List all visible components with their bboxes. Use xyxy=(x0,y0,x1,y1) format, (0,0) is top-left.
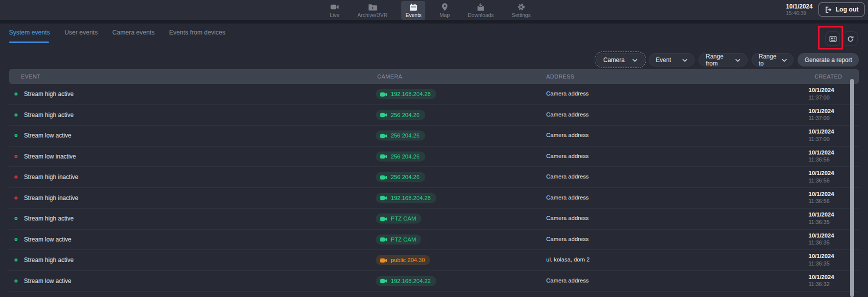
event-status-icon xyxy=(14,114,17,116)
event-status-icon xyxy=(14,196,17,200)
downloads-box-icon xyxy=(477,3,485,11)
event-row[interactable]: Stream high active PTZ CAM Camera addres… xyxy=(9,208,859,230)
table-header: EVENT CAMERA ADDRESS CREATED xyxy=(9,69,859,84)
created-time: 11:37:00 xyxy=(809,94,834,101)
event-row[interactable]: Stream high active 256 204.26 Camera add… xyxy=(9,105,859,126)
camera-name: 256 204.26 xyxy=(391,174,420,180)
refresh-icon xyxy=(847,35,855,43)
tab-user-events[interactable]: User events xyxy=(64,29,98,43)
event-name: Stream high active xyxy=(24,112,73,118)
created-cell: 10/1/2024 11:36:56 xyxy=(809,190,834,205)
event-row[interactable]: Stream high active 192.168.204.28 Camera… xyxy=(9,84,859,105)
event-name: Stream low active xyxy=(24,132,71,139)
camera-address: Camera address xyxy=(546,215,589,221)
camera-icon xyxy=(380,154,387,159)
event-filter-dropdown[interactable]: Event xyxy=(649,53,695,66)
event-name: Stream high active xyxy=(24,256,73,264)
header-created: CREATED xyxy=(815,74,842,80)
camera-badge[interactable]: 192.168.204.22 xyxy=(376,276,436,286)
logout-button[interactable]: Log out xyxy=(819,2,865,16)
generate-report-button[interactable]: Generate a report xyxy=(798,53,859,66)
created-date: 10/1/2024 xyxy=(809,86,834,94)
map-pin-icon xyxy=(441,3,448,11)
archive-folder-icon xyxy=(368,3,377,11)
nav-label: Settings xyxy=(512,12,531,18)
topbar-right: 10/1/2024 15:46:39 Log out xyxy=(786,2,865,16)
tab-events-from-devices[interactable]: Events from devices xyxy=(169,29,225,43)
camera-name: 256 204.26 xyxy=(391,154,420,160)
range-to-dropdown[interactable]: Range to xyxy=(752,53,794,66)
camera-filter-dropdown[interactable]: Camera xyxy=(596,53,645,66)
created-date: 10/1/2024 xyxy=(809,211,834,218)
event-row[interactable]: Stream low active 192.168.204.22 Camera … xyxy=(9,271,859,292)
tab-system-events[interactable]: System events xyxy=(9,29,50,43)
nav-label: Downloads xyxy=(468,12,494,18)
created-cell: 10/1/2024 11:36:35 xyxy=(809,211,834,226)
event-status-icon xyxy=(14,155,17,158)
event-status-icon xyxy=(14,238,17,241)
report-button[interactable] xyxy=(826,32,840,46)
logout-label: Log out xyxy=(836,6,859,13)
event-status-icon xyxy=(14,258,17,262)
event-row[interactable]: Stream low inactive 256 204.26 Camera ad… xyxy=(9,146,859,168)
camera-badge[interactable]: 256 204.26 xyxy=(376,172,425,182)
header-address: ADDRESS xyxy=(546,74,575,80)
camera-address: Camera address xyxy=(546,174,589,180)
event-name: Stream high active xyxy=(24,215,73,222)
nav-item-events[interactable]: Events xyxy=(401,1,425,20)
camera-badge[interactable]: 256 204.26 xyxy=(376,152,425,162)
camera-badge[interactable]: 256 204.26 xyxy=(376,110,425,120)
camera-badge[interactable]: public 204.30 xyxy=(376,255,430,265)
camera-icon xyxy=(380,258,387,263)
header-event: EVENT xyxy=(21,74,40,80)
range-from-dropdown[interactable]: Range from xyxy=(699,53,748,66)
current-date: 10/1/2024 xyxy=(786,3,813,10)
camera-badge[interactable]: PTZ CAM xyxy=(376,214,421,224)
scrollbar-thumb[interactable] xyxy=(850,79,854,297)
live-camera-icon xyxy=(330,3,339,11)
top-bar: Live Archive/DVR Events Map Downloads xyxy=(0,0,868,20)
nav-label: Events xyxy=(405,12,421,18)
event-row[interactable]: Stream high active public 204.30 ul. kol… xyxy=(9,250,859,271)
event-name: Stream low active xyxy=(24,278,71,284)
camera-filter-label: Camera xyxy=(603,56,625,64)
camera-badge[interactable]: 256 204.26 xyxy=(376,130,425,140)
created-cell: 10/1/2024 11:36:35 xyxy=(809,232,834,246)
created-time: 11:36:35 xyxy=(809,239,834,246)
camera-name: PTZ CAM xyxy=(391,216,416,222)
created-time: 11:37:00 xyxy=(809,136,834,142)
camera-address: Camera address xyxy=(546,132,589,138)
camera-badge[interactable]: 192.168.204.28 xyxy=(376,193,436,203)
camera-icon xyxy=(380,237,387,242)
created-date: 10/1/2024 xyxy=(809,108,834,115)
nav-item-map[interactable]: Map xyxy=(436,1,454,20)
event-status-icon xyxy=(14,217,17,220)
camera-icon xyxy=(380,92,387,97)
event-status-icon xyxy=(14,280,17,282)
events-table-body: Stream high active 192.168.204.28 Camera… xyxy=(9,84,859,292)
event-name: Stream low active xyxy=(24,236,71,243)
camera-badge[interactable]: PTZ CAM xyxy=(376,234,421,244)
camera-address: Camera address xyxy=(546,90,589,96)
camera-name: public 204.30 xyxy=(391,257,425,263)
created-cell: 10/1/2024 11:36:32 xyxy=(809,274,834,288)
nav-item-downloads[interactable]: Downloads xyxy=(464,1,498,20)
event-row[interactable]: Stream high inactive 192.168.204.28 Came… xyxy=(9,188,859,209)
camera-name: PTZ CAM xyxy=(391,236,416,242)
camera-icon xyxy=(380,278,387,284)
nav-item-live[interactable]: Live xyxy=(326,1,343,20)
nav-item-settings[interactable]: Settings xyxy=(508,1,535,20)
event-row[interactable]: Stream high inactive 256 204.26 Camera a… xyxy=(9,167,859,188)
current-time: 15:46:39 xyxy=(786,10,813,16)
camera-badge[interactable]: 192.168.204.28 xyxy=(376,89,436,99)
refresh-button[interactable] xyxy=(843,32,858,46)
created-date: 10/1/2024 xyxy=(809,274,834,281)
logout-icon xyxy=(825,6,832,14)
event-row[interactable]: Stream low active 256 204.26 Camera addr… xyxy=(9,126,859,146)
event-row[interactable]: Stream low active PTZ CAM Camera address… xyxy=(9,230,859,250)
nav-label: Map xyxy=(440,12,450,18)
nav-item-archive-dvr[interactable]: Archive/DVR xyxy=(353,1,391,20)
camera-address: Camera address xyxy=(546,236,589,242)
tab-camera-events[interactable]: Camera events xyxy=(112,29,155,43)
range-to-label: Range to xyxy=(759,53,776,67)
